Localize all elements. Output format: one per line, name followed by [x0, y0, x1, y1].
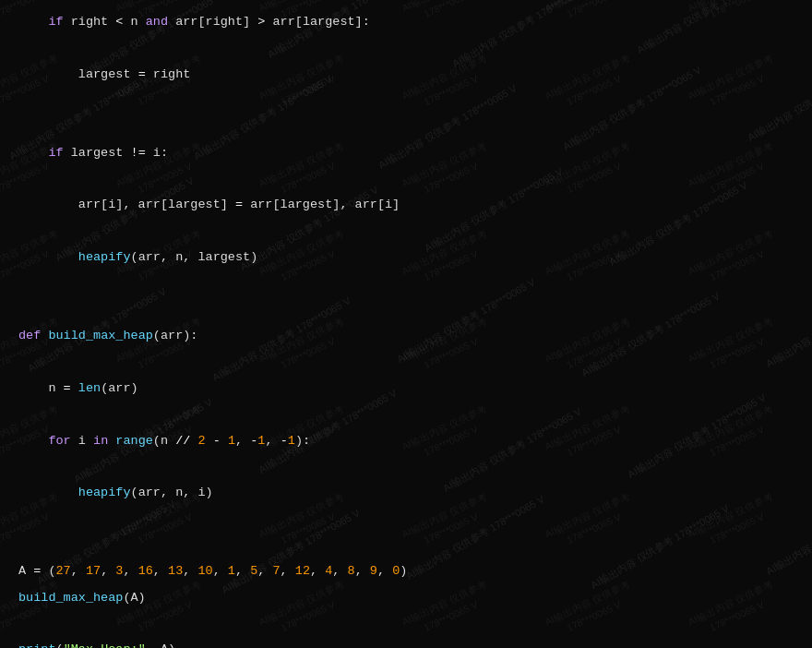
func-len: len: [78, 381, 101, 395]
keyword-in: in: [93, 434, 108, 448]
keyword-and: and: [146, 15, 168, 29]
func-range: range: [115, 434, 153, 448]
keyword-if-2: if: [48, 146, 63, 160]
func-print: print: [18, 642, 56, 648]
func-heapify-1: heapify: [78, 250, 131, 264]
keyword-for: for: [48, 434, 70, 448]
func-build-max-heap-call: build_max_heap: [18, 591, 123, 605]
keyword-def: def: [18, 329, 41, 342]
keyword-if-1: if: [48, 15, 63, 29]
code-content: if right < n and arr[right] > arr[larges…: [18, 9, 794, 648]
code-editor: if right < n and arr[right] > arr[larges…: [0, 0, 812, 648]
code-line-1: [18, 15, 48, 29]
func-heapify-2: heapify: [78, 486, 131, 499]
func-build-max-heap: build_max_heap: [48, 329, 152, 342]
